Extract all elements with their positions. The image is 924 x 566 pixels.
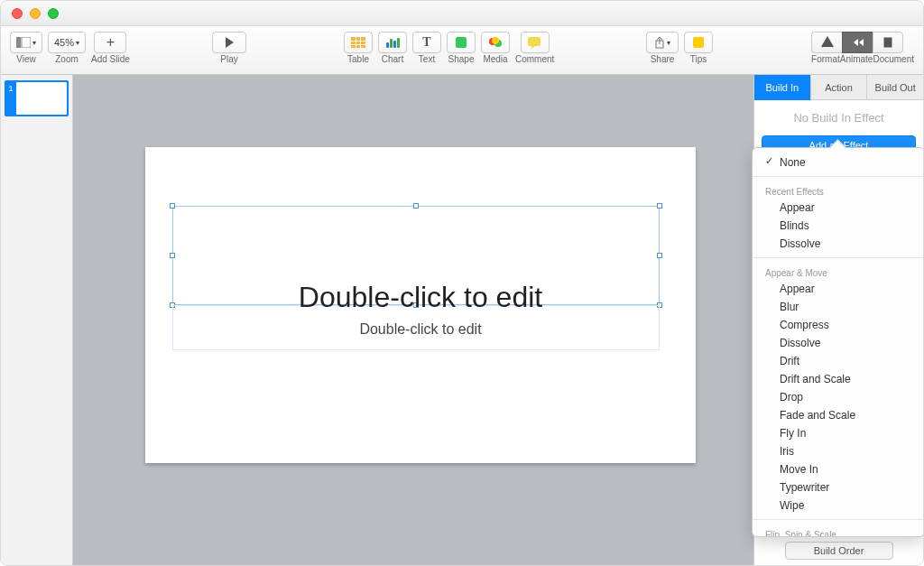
svg-rect-1 [22, 37, 31, 48]
window-zoom-icon[interactable] [48, 8, 59, 19]
window-titlebar [1, 1, 923, 26]
resize-handle[interactable] [657, 203, 662, 209]
effect-item[interactable]: Typewriter [753, 478, 924, 496]
effect-item[interactable]: Drift and Scale [753, 370, 924, 388]
zoom-button[interactable]: 45% ▾ [48, 32, 86, 53]
text-label: Text [419, 55, 435, 64]
table-label: Table [347, 55, 369, 64]
format-label: Format [811, 55, 840, 64]
chart-icon [386, 38, 399, 48]
comment-icon [528, 37, 542, 49]
tab-build-out[interactable]: Build Out [867, 75, 923, 100]
effect-item[interactable]: Compress [753, 316, 924, 334]
zoom-value: 45% [54, 37, 74, 48]
effect-item[interactable]: Fly In [753, 424, 924, 442]
tips-button[interactable] [684, 32, 713, 53]
inspector-mode-segment [811, 32, 914, 53]
build-order-button[interactable]: Build Order [785, 542, 893, 560]
play-button[interactable] [212, 32, 246, 53]
tips-label: Tips [690, 55, 707, 64]
window-close-icon[interactable] [12, 8, 23, 19]
effect-item[interactable]: Iris [753, 442, 924, 460]
svg-rect-12 [884, 38, 892, 47]
main-area: 1 Double-click to edit Double-click to e… [1, 75, 923, 565]
plus-icon: + [106, 35, 115, 50]
effect-item[interactable]: Dissolve [753, 334, 924, 352]
effect-item[interactable]: Appear [753, 199, 924, 217]
chart-label: Chart [382, 55, 403, 64]
comment-button[interactable] [521, 32, 550, 53]
table-icon [351, 37, 365, 48]
svg-rect-2 [351, 37, 365, 48]
effect-item[interactable]: Drift [753, 352, 924, 370]
tips-icon [693, 37, 704, 48]
no-effect-label: No Build In Effect [754, 100, 923, 135]
slide-navigator[interactable]: 1 [1, 75, 73, 565]
shape-label: Shape [448, 55, 475, 64]
title-placeholder-text[interactable]: Double-click to edit [145, 281, 696, 314]
effect-item[interactable]: Drop [753, 388, 924, 406]
svg-rect-3 [351, 41, 365, 42]
play-icon [226, 37, 234, 48]
effect-item-none[interactable]: None [753, 153, 924, 172]
slide-number: 1 [6, 82, 14, 93]
slide[interactable]: Double-click to edit Double-click to edi… [145, 147, 696, 463]
text-icon: T [422, 35, 430, 50]
effect-item[interactable]: Fade and Scale [753, 406, 924, 424]
table-button[interactable] [344, 32, 373, 53]
effect-item[interactable]: Blinds [753, 217, 924, 235]
toolbar: ▾ View 45% ▾ Zoom + Add Slide Play [1, 26, 923, 75]
document-segment[interactable] [873, 32, 903, 53]
add-slide-label: Add Slide [91, 55, 130, 64]
comment-label: Comment [515, 55, 554, 64]
svg-rect-6 [360, 37, 361, 48]
media-label: Media [483, 55, 507, 64]
view-label: View [16, 55, 36, 64]
resize-handle[interactable] [413, 203, 419, 209]
resize-handle[interactable] [170, 253, 175, 258]
effects-popover: NoneRecent EffectsAppearBlindsDissolveAp… [752, 147, 924, 537]
format-segment[interactable] [811, 32, 842, 53]
chart-button[interactable] [378, 32, 407, 53]
add-slide-button[interactable]: + [94, 32, 126, 53]
effect-item[interactable]: Blur [753, 298, 924, 316]
animate-label: Animate [840, 55, 873, 64]
resize-handle[interactable] [170, 203, 175, 209]
animate-segment[interactable] [842, 32, 873, 53]
effect-section-title: Appear & Move [753, 263, 924, 280]
effect-item[interactable]: Dissolve [753, 235, 924, 253]
text-button[interactable]: T [412, 32, 441, 53]
resize-handle[interactable] [657, 253, 662, 258]
effect-section-title: Flip, Spin & Scale [753, 524, 924, 536]
media-icon [488, 37, 503, 48]
window-minimize-icon[interactable] [30, 8, 41, 19]
tab-action[interactable]: Action [811, 75, 868, 100]
build-tabs: Build In Action Build Out [754, 75, 923, 100]
play-label: Play [220, 55, 237, 64]
subtitle-placeholder-text[interactable]: Double-click to edit [145, 321, 696, 338]
svg-rect-10 [528, 37, 541, 46]
document-label: Document [873, 55, 914, 64]
share-button[interactable]: ▾ [646, 32, 679, 53]
media-button[interactable] [481, 32, 510, 53]
svg-rect-5 [356, 37, 356, 48]
effect-item[interactable]: Appear [753, 280, 924, 298]
slide-thumbnail[interactable]: 1 [5, 80, 69, 116]
slide-thumbnail-preview [16, 82, 68, 115]
slide-canvas[interactable]: Double-click to edit Double-click to edi… [73, 75, 753, 565]
share-icon [654, 36, 665, 49]
effect-section-title: Recent Effects [753, 181, 924, 199]
view-button[interactable]: ▾ [10, 32, 42, 53]
shape-button[interactable] [447, 32, 476, 53]
svg-point-9 [492, 37, 499, 44]
shape-icon [456, 37, 467, 48]
effect-item[interactable]: Move In [753, 460, 924, 478]
zoom-label: Zoom [55, 55, 79, 64]
share-label: Share [651, 55, 675, 64]
tab-build-in[interactable]: Build In [754, 75, 811, 100]
svg-rect-4 [351, 44, 365, 45]
effect-item[interactable]: Wipe [753, 496, 924, 515]
svg-rect-0 [16, 37, 21, 48]
inspector-panel: Build In Action Build Out No Build In Ef… [753, 75, 923, 565]
